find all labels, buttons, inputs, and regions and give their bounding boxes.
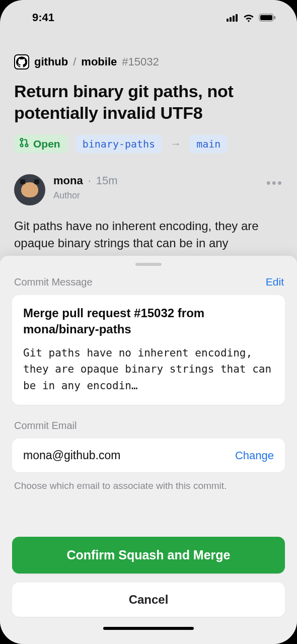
svg-rect-5	[260, 15, 272, 20]
pr-state-badge: Open	[14, 134, 67, 153]
change-email-button[interactable]: Change	[235, 449, 274, 462]
merge-sheet: Commit Message Edit Merge pull request #…	[0, 256, 297, 644]
svg-rect-0	[227, 19, 229, 22]
status-time: 9:41	[17, 11, 54, 24]
svg-rect-1	[230, 17, 232, 22]
svg-point-7	[21, 138, 23, 141]
commit-message-card[interactable]: Merge pull request #15032 from mona/bina…	[12, 295, 285, 405]
arrow-right-icon: →	[170, 137, 181, 151]
breadcrumb-repo[interactable]: mobile	[81, 55, 117, 68]
head-ref[interactable]: binary-paths	[76, 135, 163, 153]
commit-email-label: Commit Email	[14, 420, 77, 432]
commit-email-card: mona@github.com Change	[12, 439, 285, 472]
breadcrumb-separator: /	[73, 55, 76, 68]
cellular-icon	[227, 14, 239, 22]
wifi-icon	[243, 13, 255, 22]
breadcrumb-owner[interactable]: github	[34, 55, 68, 68]
comment-author[interactable]: mona	[53, 174, 83, 187]
comment-body: Git paths have no inherent encoding, the…	[0, 205, 297, 251]
svg-rect-2	[233, 16, 235, 22]
svg-point-9	[26, 144, 28, 147]
svg-point-8	[21, 144, 23, 147]
base-ref[interactable]: main	[189, 135, 228, 153]
status-icons	[227, 13, 280, 22]
pr-state-label: Open	[33, 138, 60, 150]
commit-title: Merge pull request #15032 from mona/bina…	[23, 305, 274, 338]
commit-email-value: mona@github.com	[23, 449, 120, 462]
status-bar: 9:41	[0, 0, 297, 30]
pr-title: Return binary git paths, not potentially…	[0, 69, 297, 123]
dot-separator: ·	[88, 174, 91, 187]
edit-commit-button[interactable]: Edit	[266, 276, 284, 288]
battery-icon	[259, 14, 276, 22]
author-role-badge: Author	[53, 190, 258, 201]
github-mark-icon	[14, 54, 29, 69]
sheet-grabber[interactable]	[135, 263, 162, 266]
breadcrumb[interactable]: github / mobile #15032	[0, 30, 297, 69]
pr-comment: mona · 15m Author •••	[0, 153, 297, 205]
more-options-button[interactable]: •••	[266, 174, 283, 191]
svg-rect-6	[274, 16, 276, 19]
home-indicator[interactable]	[103, 627, 194, 630]
commit-body: Git paths have no inherent encoding, the…	[23, 345, 274, 394]
cancel-button[interactable]: Cancel	[12, 583, 285, 617]
avatar[interactable]	[14, 174, 45, 205]
svg-rect-3	[236, 14, 238, 22]
comment-timestamp: 15m	[96, 174, 118, 187]
commit-message-label: Commit Message	[14, 276, 93, 288]
confirm-merge-button[interactable]: Confirm Squash and Merge	[12, 537, 285, 574]
pr-meta-row: Open binary-paths → main	[0, 123, 297, 153]
git-pull-request-icon	[19, 137, 29, 150]
commit-email-helper: Choose which email to associate with thi…	[12, 472, 285, 491]
breadcrumb-number: #15032	[122, 55, 159, 68]
